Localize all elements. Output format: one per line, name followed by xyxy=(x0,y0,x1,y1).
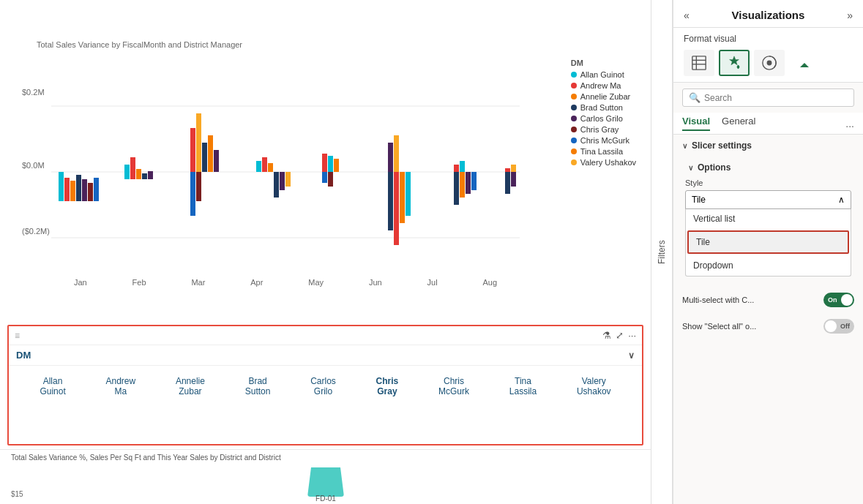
style-section: Style Tile ∧ Vertical list Tile Dropdown xyxy=(682,178,854,281)
svg-rect-45 xyxy=(466,172,471,194)
legend-dot-7 xyxy=(571,148,577,154)
slicer-item-7[interactable]: TinaLassila xyxy=(505,373,541,399)
svg-rect-14 xyxy=(136,169,141,179)
svg-rect-36 xyxy=(394,172,399,245)
legend-label-3: Brad Sutton xyxy=(580,103,623,112)
x-label-may: May xyxy=(308,278,324,287)
bottom-bar-shape xyxy=(307,467,344,497)
svg-rect-34 xyxy=(328,172,333,187)
svg-rect-4 xyxy=(64,178,70,201)
svg-rect-27 xyxy=(274,172,279,198)
legend-item-0: Allan Guinot xyxy=(571,70,636,79)
visualizations-panel: « Visualizations » Format visual xyxy=(673,0,863,504)
slicer-item-8[interactable]: ValeryUshakov xyxy=(572,373,616,399)
legend-dot-6 xyxy=(571,138,577,143)
tab-visual[interactable]: Visual xyxy=(682,116,710,131)
slicer-panel: ≡ ⚗ ⤢ ··· DM ∨ AllanGuinot AndrewMa Anne… xyxy=(7,325,643,445)
x-axis-labels: Jan Feb Mar Apr May Jun Jul Aug xyxy=(51,278,520,287)
svg-rect-22 xyxy=(190,172,195,216)
svg-rect-49 xyxy=(505,172,510,194)
slicer-items-row: AllanGuinot AndrewMa AnnelieZubar BradSu… xyxy=(9,366,642,407)
legend-item-6: Chris McGurk xyxy=(571,136,636,145)
svg-rect-20 xyxy=(208,135,213,172)
svg-rect-44 xyxy=(460,172,465,198)
format-analytics-icon[interactable] xyxy=(754,50,785,76)
panel-content: ∨ Slicer settings ∨ Options Style Tile ∧… xyxy=(673,135,863,504)
options-header[interactable]: ∨ Options xyxy=(682,157,854,178)
collapse-right-icon[interactable]: » xyxy=(847,10,853,21)
slicer-item-6[interactable]: ChrisMcGurk xyxy=(434,373,474,399)
dropdown-item-dropdown[interactable]: Dropdown xyxy=(686,255,851,276)
svg-rect-32 xyxy=(334,159,339,172)
svg-rect-41 xyxy=(454,165,459,172)
svg-rect-12 xyxy=(124,172,130,179)
filters-sidebar[interactable]: Filters xyxy=(651,0,673,504)
bottom-col-label: FD-01 xyxy=(307,494,344,503)
slicer-item-0[interactable]: AllanGuinot xyxy=(35,373,70,399)
legend-label-1: Andrew Ma xyxy=(580,81,621,90)
svg-rect-31 xyxy=(328,156,333,172)
slicer-item-4[interactable]: CarlosGrilo xyxy=(306,373,340,399)
svg-marker-57 xyxy=(800,63,809,67)
expand-icon[interactable]: ⤢ xyxy=(616,330,624,341)
multi-select-knob xyxy=(841,294,853,306)
active-indicator xyxy=(789,57,820,70)
slicer-item-3[interactable]: BradSutton xyxy=(241,373,275,399)
legend-item-3: Brad Sutton xyxy=(571,103,636,112)
slicer-item-1[interactable]: AndrewMa xyxy=(101,373,140,399)
dropdown-item-tile[interactable]: Tile xyxy=(687,230,849,254)
x-label-aug: Aug xyxy=(482,278,497,287)
svg-rect-19 xyxy=(202,143,207,172)
dropdown-item-vertical-list[interactable]: Vertical list xyxy=(686,208,851,229)
style-dropdown-value: Tile xyxy=(692,195,706,205)
legend-label-0: Allan Guinot xyxy=(580,70,624,79)
multi-select-state: On xyxy=(828,296,837,304)
svg-rect-30 xyxy=(322,154,327,172)
svg-rect-26 xyxy=(268,163,273,172)
format-icons-row xyxy=(684,50,853,76)
x-label-feb: Feb xyxy=(132,278,146,287)
legend-item-7: Tina Lassila xyxy=(571,147,636,156)
show-select-all-toggle[interactable]: Off xyxy=(823,319,854,334)
drag-handle-icon: ≡ xyxy=(15,331,20,341)
multi-select-toggle[interactable]: On xyxy=(823,293,854,307)
slicer-settings-header[interactable]: ∨ Slicer settings xyxy=(673,135,863,157)
legend-label-8: Valery Ushakov xyxy=(580,158,636,167)
legend-item-8: Valery Ushakov xyxy=(571,158,636,167)
svg-point-56 xyxy=(767,61,772,65)
options-chevron-icon: ∨ xyxy=(688,164,693,172)
style-dropdown-menu: Vertical list Tile Dropdown xyxy=(685,208,851,277)
search-icon: 🔍 xyxy=(689,92,701,103)
search-box[interactable]: 🔍 xyxy=(682,89,854,107)
tab-more-icon[interactable]: ... xyxy=(845,118,854,129)
svg-rect-43 xyxy=(454,172,459,205)
format-grid-icon[interactable] xyxy=(684,50,714,76)
style-dropdown-trigger[interactable]: Tile ∧ xyxy=(685,190,851,209)
main-content: Total Sales Variance by FiscalMonth and … xyxy=(0,0,651,504)
search-input[interactable] xyxy=(704,93,848,103)
svg-rect-29 xyxy=(285,172,291,187)
svg-rect-42 xyxy=(460,161,465,172)
viz-panel-header: « Visualizations » xyxy=(673,0,863,28)
options-label: Options xyxy=(698,162,731,173)
svg-rect-39 xyxy=(388,143,393,172)
slicer-item-2[interactable]: AnnelieZubar xyxy=(171,373,209,399)
slicer-item-5[interactable]: ChrisGray xyxy=(372,373,403,399)
legend-item-4: Carlos Grilo xyxy=(571,114,636,123)
svg-rect-33 xyxy=(322,172,327,183)
svg-rect-46 xyxy=(471,172,477,190)
bottom-chart-title: Total Sales Variance %, Sales Per Sq Ft … xyxy=(11,454,281,462)
svg-rect-21 xyxy=(214,150,219,172)
slicer-chevron-icon[interactable]: ∨ xyxy=(628,350,635,361)
svg-rect-24 xyxy=(256,161,261,172)
more-options-icon[interactable]: ··· xyxy=(628,330,636,341)
tab-general[interactable]: General xyxy=(722,116,755,131)
svg-rect-13 xyxy=(130,170,135,179)
svg-rect-3 xyxy=(59,172,64,201)
svg-rect-25 xyxy=(262,157,267,172)
svg-rect-17 xyxy=(190,128,195,172)
svg-rect-8 xyxy=(88,183,93,201)
filter-icon[interactable]: ⚗ xyxy=(602,330,611,341)
format-paint-icon[interactable] xyxy=(719,50,750,76)
collapse-left-icon[interactable]: « xyxy=(684,10,690,21)
